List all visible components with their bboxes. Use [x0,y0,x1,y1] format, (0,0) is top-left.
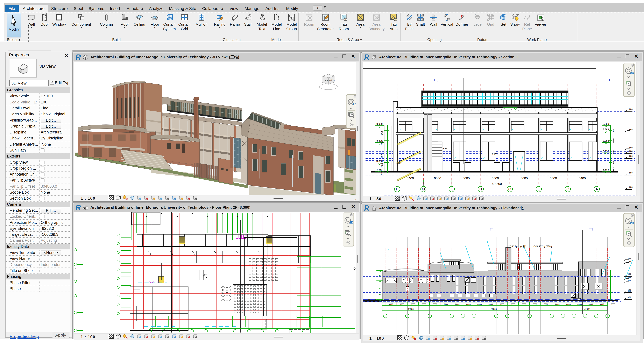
svg-text:8.88: 8.88 [628,290,631,293]
svg-text:5400: 5400 [407,176,414,180]
svg-text:7.533: 7.533 [441,147,447,150]
svg-text:8.88: 8.88 [628,128,632,131]
svg-text:8888: 8888 [466,303,471,305]
svg-text:E: E [538,187,540,191]
svg-text:C0627(b) (6种): C0627(b) (6种) [534,245,552,248]
svg-text:A: A [596,187,598,191]
svg-text:8888: 8888 [522,303,526,305]
svg-text:8888: 8888 [600,303,604,305]
svg-text:750: 750 [381,131,384,135]
svg-text:8.888: 8.888 [603,149,609,152]
svg-text:8888: 8888 [511,303,515,305]
svg-text:6000: 6000 [521,176,528,180]
svg-text:2D: 2D [630,71,634,75]
svg-text:2D: 2D [349,221,354,224]
svg-text:1800: 1800 [612,138,615,143]
svg-text:8.888: 8.888 [603,168,609,171]
svg-text:K: K [450,187,453,191]
svg-text:8.88: 8.88 [628,257,631,260]
svg-text:1: 1 [475,13,476,15]
svg-text:8.888: 8.888 [603,128,609,131]
svg-text:8.88: 8.88 [628,146,632,148]
svg-text:88888: 88888 [491,308,497,310]
svg-text:8.888: 8.888 [603,123,609,125]
svg-text:6000: 6000 [434,176,441,180]
svg-text:750: 750 [612,128,615,132]
svg-text:15.333: 15.333 [504,104,510,106]
svg-text:6000: 6000 [492,176,499,180]
svg-text:2D: 2D [630,221,634,225]
svg-text:6000: 6000 [462,176,470,180]
svg-text:8888: 8888 [588,303,593,305]
svg-text:8888: 8888 [389,303,393,305]
svg-text:1000: 1000 [612,160,615,165]
svg-text:8888: 8888 [488,303,493,305]
svg-text:8.88: 8.88 [628,296,631,298]
svg-text:8.88: 8.88 [628,150,632,152]
svg-text:8888: 8888 [533,303,537,305]
svg-text:8.88: 8.88 [628,172,632,174]
svg-text:8.88: 8.88 [628,280,631,282]
svg-text:150: 150 [612,150,615,154]
svg-text:1560: 1560 [381,163,384,168]
svg-text:1800: 1800 [381,141,384,147]
svg-text:3.333: 3.333 [492,153,498,156]
svg-text:3200: 3200 [381,170,384,175]
svg-text:8.88: 8.88 [628,273,631,275]
svg-text:2870: 2870 [381,153,384,158]
svg-text:8.88: 8.88 [628,277,631,279]
svg-text:P: P [396,187,398,191]
svg-text:1: 1 [345,18,346,20]
svg-text:8.88: 8.88 [628,260,631,263]
svg-text:8888: 8888 [478,303,482,305]
svg-text:H: H [480,187,482,191]
svg-text:G: G [508,187,511,191]
svg-text:C: C [566,187,569,191]
svg-text:M: M [422,187,425,191]
svg-text:8888: 8888 [433,303,437,305]
svg-text:8888: 8888 [444,303,448,305]
svg-text:8888: 8888 [566,303,571,305]
svg-text:8888: 8888 [411,303,415,305]
svg-text:8888: 8888 [555,303,560,305]
svg-text:8888: 8888 [400,303,404,305]
svg-text:40,800: 40,800 [492,182,502,186]
svg-text:8888: 8888 [422,303,426,305]
svg-text:8888: 8888 [455,303,460,305]
svg-text:8.88: 8.88 [628,155,632,157]
svg-text:C0627(a) (4种): C0627(a) (4种) [508,245,526,248]
svg-text:8888: 8888 [500,303,504,305]
svg-text:5400: 5400 [579,176,586,180]
svg-text:5300: 5300 [612,167,615,171]
svg-text:1: 1 [395,19,396,21]
svg-text:6000: 6000 [550,176,557,180]
svg-text:8888: 8888 [544,303,548,305]
svg-text:8.888: 8.888 [603,139,609,142]
svg-text:8888: 8888 [611,303,615,305]
svg-text:8.888: 8.888 [376,160,383,163]
svg-text:5.300: 5.300 [396,162,402,164]
svg-text:48888: 48888 [408,308,414,310]
svg-text:8.88: 8.88 [628,108,632,110]
svg-text:8.88: 8.88 [628,186,632,188]
svg-text:8.888: 8.888 [376,123,383,125]
svg-text:8888: 8888 [578,303,582,305]
